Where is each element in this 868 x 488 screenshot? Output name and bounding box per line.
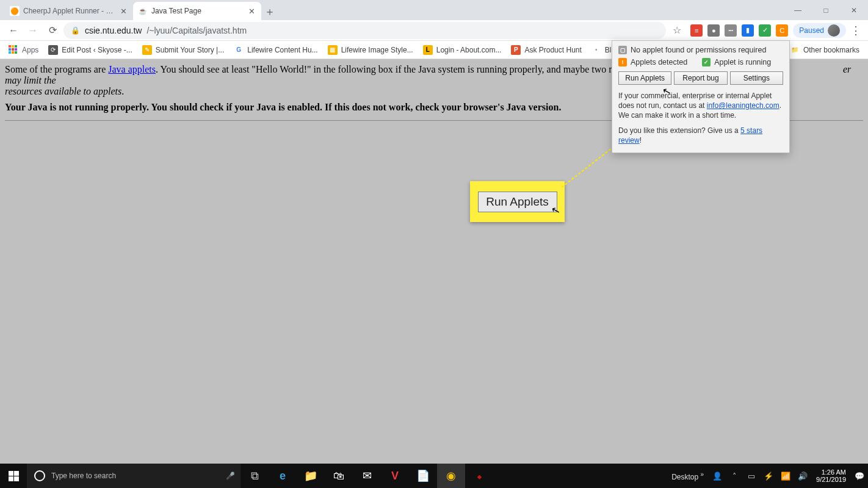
clock[interactable]: 1:26 AM 9/21/2019 xyxy=(811,468,851,483)
taskbar-search[interactable]: Type here to search xyxy=(27,464,220,488)
bm-label: Login - About.com... xyxy=(436,46,502,54)
maximize-button[interactable]: □ xyxy=(812,0,840,20)
bm-label: Other bookmarks xyxy=(803,46,859,54)
bookmark-item[interactable]: ⟳Edit Post ‹ Skyose -... xyxy=(45,42,136,58)
shield-orange-icon: ! xyxy=(618,58,627,66)
power-icon[interactable]: ⚡ xyxy=(760,472,777,481)
tab-strip: 🟠 CheerpJ Applet Runner - Chrome ✕ ☕ Jav… xyxy=(0,0,868,20)
shield-green-icon: ✓ xyxy=(702,58,711,66)
mic-icon[interactable]: 🎤 xyxy=(220,464,241,488)
profile-chip[interactable]: Paused xyxy=(793,23,846,38)
bookmark-item[interactable]: ✎Submit Your Story |... xyxy=(139,42,228,58)
chrome-icon[interactable]: ◉ xyxy=(437,464,465,488)
ext-blue-icon[interactable]: ▮ xyxy=(742,24,754,37)
ext-grey-icon[interactable]: ● xyxy=(707,24,720,37)
popup-review: Do you like this extension? Give us a 5 … xyxy=(618,126,783,145)
back-button[interactable]: ← xyxy=(5,22,22,39)
apps-grid-icon xyxy=(9,45,18,55)
extension-icons: ≡ ● ••• ▮ ✓ C xyxy=(688,24,790,37)
java-applets-link[interactable]: Java applets xyxy=(108,64,156,74)
star-icon[interactable]: ☆ xyxy=(668,22,685,39)
minimize-button[interactable]: — xyxy=(784,0,812,20)
text: Some of the programs are xyxy=(5,64,108,74)
close-window-button[interactable]: ✕ xyxy=(840,0,868,20)
bm-favicon: • xyxy=(591,45,601,55)
svg-line-0 xyxy=(562,145,617,187)
popup-note: If your commercial, enterprise or intern… xyxy=(618,91,783,121)
cortana-icon xyxy=(34,470,45,481)
bookmark-item[interactable]: GLifewire Content Hu... xyxy=(230,42,321,58)
bm-favicon: L xyxy=(423,45,433,55)
apps-button[interactable]: Apps xyxy=(5,42,42,58)
desktop-toolbar[interactable]: Desktop » xyxy=(667,471,709,481)
ext-pass-icon[interactable]: ••• xyxy=(725,24,737,37)
bookmark-item[interactable]: LLogin - About.com... xyxy=(419,42,505,58)
taskbar-pinned: ⧉ e 📁 🛍 ✉ V 📄 ◉ ⬥ xyxy=(241,464,493,488)
time-text: 1:26 AM xyxy=(816,468,846,476)
people-icon[interactable]: 👤 xyxy=(709,472,726,481)
reload-button[interactable]: ⟳ xyxy=(44,22,61,39)
tab-java-test[interactable]: ☕ Java Test Page ✕ xyxy=(133,2,261,20)
close-icon[interactable]: ✕ xyxy=(118,6,128,16)
report-bug-button[interactable]: Report bug xyxy=(674,71,727,85)
url-host: csie.ntu.edu.tw xyxy=(85,26,142,35)
bm-favicon: ⟳ xyxy=(48,45,58,55)
action-center-icon[interactable]: 💬 xyxy=(851,472,868,481)
search-placeholder: Type here to search xyxy=(51,472,116,480)
shield-gray-icon: ▢ xyxy=(618,46,627,54)
popup-status-text: No applet found or permissions required xyxy=(631,46,766,54)
kebab-menu-icon[interactable]: ⋮ xyxy=(848,24,863,37)
address-bar-row: ← → ⟳ 🔒 csie.ntu.edu.tw/~lyuu/Capitals/j… xyxy=(0,20,868,41)
url-path: /~lyuu/Capitals/javatst.htm xyxy=(146,26,247,35)
favicon-cheerpj: 🟠 xyxy=(10,6,20,16)
bm-favicon: P xyxy=(511,45,521,55)
favicon-java: ☕ xyxy=(138,6,148,16)
popup-button-row: Run Applets Report bug Settings xyxy=(618,71,783,85)
file-explorer-icon[interactable]: 📁 xyxy=(297,464,325,488)
notepad-icon[interactable]: 📄 xyxy=(409,464,437,488)
wifi-icon[interactable]: 📶 xyxy=(777,472,794,481)
task-view-button[interactable]: ⧉ xyxy=(241,464,269,488)
start-button[interactable] xyxy=(0,464,27,488)
edge-icon[interactable]: e xyxy=(269,464,297,488)
text: . You should see at least "Hello World!"… xyxy=(156,64,655,74)
bm-label: Lifewire Content Hu... xyxy=(247,46,317,54)
ext-todoist-icon[interactable]: ≡ xyxy=(690,24,703,37)
tray-chevron-icon[interactable]: ˄ xyxy=(726,472,743,481)
lock-icon: 🔒 xyxy=(71,26,80,35)
popup-status-text: Applets detected xyxy=(631,58,687,66)
popup-status-row: !Applets detected ✓Applet is running xyxy=(618,58,783,66)
bookmark-item[interactable]: PAsk Product Hunt xyxy=(507,42,585,58)
omnibox[interactable]: 🔒 csie.ntu.edu.tw/~lyuu/Capitals/javatst… xyxy=(63,22,666,39)
windows-logo-icon xyxy=(9,471,19,481)
bm-favicon: ▦ xyxy=(328,45,338,55)
new-tab-button[interactable]: ＋ xyxy=(261,3,278,20)
date-text: 9/21/2019 xyxy=(816,476,846,483)
bookmark-item[interactable]: ▦Lifewire Image Style... xyxy=(324,42,417,58)
folder-icon: 📁 xyxy=(790,45,800,55)
ext-cheerpj-icon[interactable]: C xyxy=(776,24,788,37)
forward-button[interactable]: → xyxy=(24,22,42,39)
run-applets-callout: Run Applets ↖ xyxy=(470,181,565,222)
ext-green-icon[interactable]: ✓ xyxy=(759,24,771,37)
avatar xyxy=(828,24,840,37)
battery-icon[interactable]: ▭ xyxy=(743,472,760,481)
popup-status-text: Applet is running xyxy=(714,58,771,66)
windows-taskbar: Type here to search 🎤 ⧉ e 📁 🛍 ✉ V 📄 ◉ ⬥ … xyxy=(0,464,868,488)
browser-window: 🟠 CheerpJ Applet Runner - Chrome ✕ ☕ Jav… xyxy=(0,0,868,488)
volume-icon[interactable]: 🔊 xyxy=(794,472,811,481)
settings-button[interactable]: Settings xyxy=(730,71,783,85)
tab-title: Java Test Page xyxy=(151,7,243,15)
other-bookmarks[interactable]: 📁Other bookmarks xyxy=(786,42,863,58)
close-icon[interactable]: ✕ xyxy=(247,6,256,16)
contact-email-link[interactable]: info@leaningtech.com xyxy=(707,101,779,110)
store-icon[interactable]: 🛍 xyxy=(325,464,353,488)
run-applets-button-highlight[interactable]: Run Applets xyxy=(478,192,557,212)
mcafee-icon[interactable]: ⬥ xyxy=(465,464,493,488)
text-italic: resources available to applets xyxy=(5,86,121,96)
tab-cheerpj[interactable]: 🟠 CheerpJ Applet Runner - Chrome ✕ xyxy=(5,2,133,20)
mail-icon[interactable]: ✉ xyxy=(353,464,381,488)
vivaldi-icon[interactable]: V xyxy=(381,464,409,488)
connector-line xyxy=(562,145,617,187)
run-applets-button[interactable]: Run Applets xyxy=(618,71,671,85)
